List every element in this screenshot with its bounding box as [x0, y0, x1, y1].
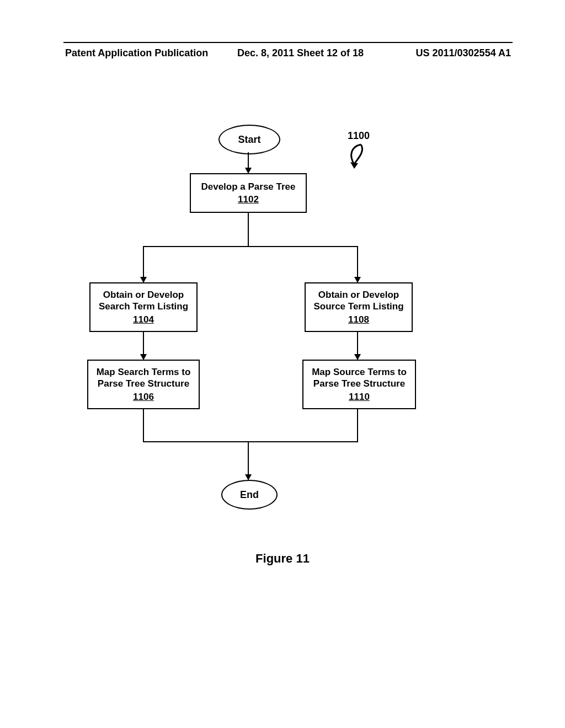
flow-end: End — [221, 480, 278, 510]
connector — [143, 409, 144, 442]
step-title-line2: Search Term Listing — [99, 301, 188, 312]
step-number: 1110 — [349, 391, 370, 403]
step-title-line1: Obtain or Develop — [318, 289, 399, 301]
step-title: Develop a Parse Tree — [201, 181, 295, 192]
step-title-line1: Map Source Terms to — [312, 366, 407, 378]
reference-arrow-icon — [344, 142, 366, 173]
connector — [357, 246, 358, 278]
step-number: 1108 — [348, 314, 369, 325]
figure-caption: Figure 11 — [0, 552, 565, 566]
step-title-line2: Source Term Listing — [313, 301, 403, 312]
flow-end-label: End — [240, 489, 259, 501]
step-title-line1: Obtain or Develop — [103, 289, 184, 301]
flow-step-1108: Obtain or Develop Source Term Listing 11… — [305, 282, 413, 332]
header-left: Patent Application Publication — [65, 47, 208, 59]
step-number: 1104 — [133, 314, 154, 325]
connector — [248, 152, 249, 169]
header-middle: Dec. 8, 2011 Sheet 12 of 18 — [237, 47, 364, 59]
step-number: 1102 — [238, 194, 259, 205]
flow-step-1106: Map Search Terms to Parse Tree Structure… — [87, 360, 200, 409]
connector — [143, 332, 144, 355]
connector — [357, 409, 358, 442]
header-rule — [63, 42, 513, 43]
connector — [248, 213, 249, 247]
step-number: 1106 — [133, 391, 154, 403]
step-title-line1: Map Search Terms to — [97, 366, 191, 378]
page: Patent Application Publication Dec. 8, 2… — [0, 0, 565, 728]
connector — [143, 246, 358, 247]
connector — [248, 441, 249, 475]
flow-start-label: Start — [238, 134, 260, 146]
svg-marker-0 — [350, 162, 358, 169]
connector — [143, 246, 144, 278]
flow-step-1104: Obtain or Develop Search Term Listing 11… — [89, 282, 198, 332]
step-title-line2: Parse Tree Structure — [313, 378, 405, 389]
figure-ref-label: 1100 — [348, 130, 370, 142]
connector — [143, 441, 358, 442]
connector — [357, 332, 358, 355]
flow-start: Start — [218, 125, 280, 154]
header-right: US 2011/0302554 A1 — [416, 47, 511, 59]
step-title-line2: Parse Tree Structure — [98, 378, 189, 389]
flow-step-1110: Map Source Terms to Parse Tree Structure… — [302, 360, 416, 409]
flow-step-1102: Develop a Parse Tree 1102 — [190, 173, 307, 213]
